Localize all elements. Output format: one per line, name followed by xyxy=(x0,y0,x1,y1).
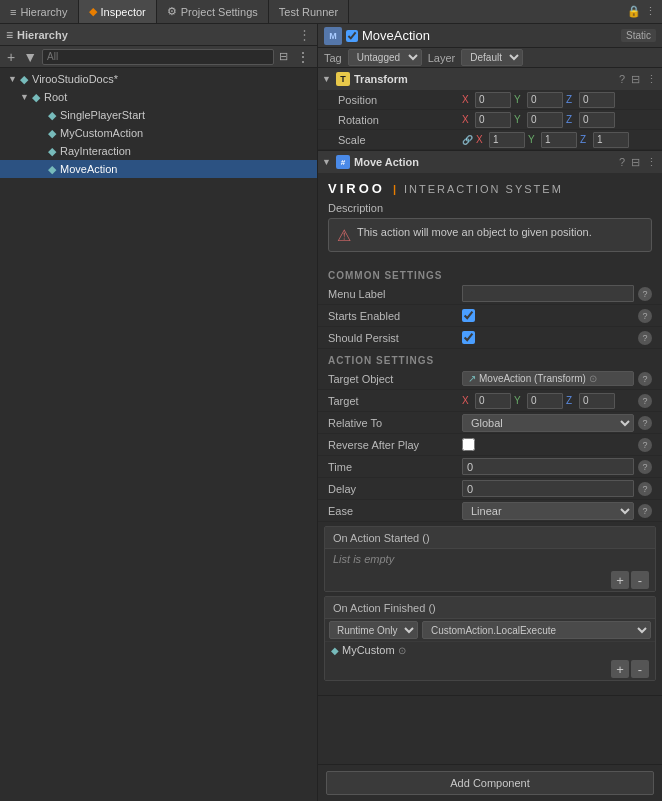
time-value xyxy=(462,458,634,475)
position-x-input[interactable] xyxy=(475,92,511,108)
transform-settings-btn[interactable]: ⊟ xyxy=(630,73,641,86)
object-enabled-checkbox[interactable] xyxy=(346,30,358,42)
delay-help-btn[interactable]: ? xyxy=(638,482,652,496)
more-icon[interactable]: ⋮ xyxy=(645,5,656,18)
hierarchy-options-button[interactable]: ⋮ xyxy=(293,49,313,65)
ease-select[interactable]: Linear EaseIn EaseOut EaseInOut xyxy=(462,502,634,520)
hierarchy-header: ≡ Hierarchy ⋮ xyxy=(0,24,317,46)
scale-x-input[interactable] xyxy=(489,132,525,148)
should-persist-help-btn[interactable]: ? xyxy=(638,331,652,345)
hierarchy-more-icon[interactable]: ⋮ xyxy=(298,27,311,42)
target-object-help-btn[interactable]: ? xyxy=(638,372,652,386)
target-z-input[interactable] xyxy=(579,393,615,409)
inspector-body: ▼ T Transform ? ⊟ ⋮ Position X Y xyxy=(318,68,662,764)
tab-hierarchy[interactable]: ≡ Hierarchy xyxy=(0,0,79,23)
hierarchy-toolbar: + ▼ ⊟ ⋮ xyxy=(0,46,317,68)
position-y-input[interactable] xyxy=(527,92,563,108)
tree-label-move: MoveAction xyxy=(60,163,117,175)
move-action-settings-btn[interactable]: ⊟ xyxy=(630,156,641,169)
delay-input[interactable] xyxy=(462,480,634,497)
starts-enabled-help-btn[interactable]: ? xyxy=(638,309,652,323)
should-persist-value xyxy=(462,331,634,344)
tree-label-viroo: VirooStudioDocs* xyxy=(32,73,118,85)
rotation-y-input[interactable] xyxy=(527,112,563,128)
minus-button[interactable]: ▼ xyxy=(20,49,40,65)
tree-item-viroo[interactable]: ▼ ◆ VirooStudioDocs* xyxy=(0,70,317,88)
transform-help-btn[interactable]: ? xyxy=(618,73,626,85)
target-y-input[interactable] xyxy=(527,393,563,409)
tag-label: Tag xyxy=(324,52,342,64)
hierarchy-menu-icon: ≡ xyxy=(6,28,13,42)
reverse-after-play-checkbox[interactable] xyxy=(462,438,475,451)
menu-label-help-btn[interactable]: ? xyxy=(638,287,652,301)
action-method-select[interactable]: CustomAction.LocalExecute xyxy=(422,621,651,639)
time-input[interactable] xyxy=(462,458,634,475)
tab-inspector[interactable]: ◆ Inspector xyxy=(79,0,157,23)
on-action-started-add-btn[interactable]: + xyxy=(611,571,629,589)
hierarchy-filter-button[interactable]: ⊟ xyxy=(276,49,291,64)
lock-icon[interactable]: 🔒 xyxy=(627,5,641,18)
tree-item-rayinteraction[interactable]: ▶ ◆ RayInteraction xyxy=(0,142,317,160)
bottom-spacer xyxy=(318,685,662,695)
tab-test-runner[interactable]: Test Runner xyxy=(269,0,349,23)
runtime-select[interactable]: Runtime Only xyxy=(329,621,418,639)
relative-to-help-btn[interactable]: ? xyxy=(638,416,652,430)
scale-z-input[interactable] xyxy=(593,132,629,148)
top-tab-bar: ≡ Hierarchy ◆ Inspector ⚙ Project Settin… xyxy=(0,0,662,24)
layer-select[interactable]: Default xyxy=(461,49,523,66)
menu-label-label: Menu Label xyxy=(328,288,458,300)
tree-item-moveaction[interactable]: ▶ ◆ MoveAction xyxy=(0,160,317,178)
tree-item-mycustom[interactable]: ▶ ◆ MyCustomAction xyxy=(0,124,317,142)
relative-to-value: Global Local Self xyxy=(462,414,634,432)
move-action-help-btn[interactable]: ? xyxy=(618,156,626,168)
scale-x-label: X xyxy=(476,134,486,145)
move-action-header[interactable]: ▼ # Move Action ? ⊟ ⋮ xyxy=(318,151,662,173)
move-action-more-btn[interactable]: ⋮ xyxy=(645,156,658,169)
target-object-value: ↗ MoveAction (Transform) ⊙ xyxy=(462,371,634,386)
target-object-ref-btn[interactable]: ↗ MoveAction (Transform) ⊙ xyxy=(462,371,634,386)
move-action-arrow-icon: ▼ xyxy=(322,157,332,167)
time-help-btn[interactable]: ? xyxy=(638,460,652,474)
tree-label-root: Root xyxy=(44,91,67,103)
menu-label-input[interactable] xyxy=(462,285,634,302)
target-x-input[interactable] xyxy=(475,393,511,409)
rotation-x-input[interactable] xyxy=(475,112,511,128)
on-action-finished-remove-btn[interactable]: - xyxy=(631,660,649,678)
transform-more-btn[interactable]: ⋮ xyxy=(645,73,658,86)
starts-enabled-value xyxy=(462,309,634,322)
scale-y-input[interactable] xyxy=(541,132,577,148)
on-action-started-remove-btn[interactable]: - xyxy=(631,571,649,589)
reverse-after-play-row: Reverse After Play ? xyxy=(318,434,662,456)
tree-label-singleplayer: SinglePlayerStart xyxy=(60,109,145,121)
scale-link-icon: 🔗 xyxy=(462,135,473,145)
add-object-button[interactable]: + xyxy=(4,49,18,65)
tag-select[interactable]: Untagged xyxy=(348,49,422,66)
transform-header[interactable]: ▼ T Transform ? ⊟ ⋮ xyxy=(318,68,662,90)
relative-to-select[interactable]: Global Local Self xyxy=(462,414,634,432)
tab-project-settings[interactable]: ⚙ Project Settings xyxy=(157,0,269,23)
target-y-label: Y xyxy=(514,395,524,406)
tree-item-root[interactable]: ▼ ◆ Root xyxy=(0,88,317,106)
position-z-input[interactable] xyxy=(579,92,615,108)
on-action-finished-add-btn[interactable]: + xyxy=(611,660,629,678)
hierarchy-tab-label: Hierarchy xyxy=(20,6,67,18)
position-xyz: X Y Z xyxy=(462,92,656,108)
scale-y-label: Y xyxy=(528,134,538,145)
tree-item-singleplayer[interactable]: ▶ ◆ SinglePlayerStart xyxy=(0,106,317,124)
hierarchy-search-input[interactable] xyxy=(42,49,274,65)
rotation-z-input[interactable] xyxy=(579,112,615,128)
ease-value: Linear EaseIn EaseOut EaseInOut xyxy=(462,502,634,520)
tab-right-icons: 🔒 ⋮ xyxy=(621,0,662,23)
should-persist-checkbox[interactable] xyxy=(462,331,475,344)
ease-row: Ease Linear EaseIn EaseOut EaseInOut ? xyxy=(318,500,662,522)
ease-help-btn[interactable]: ? xyxy=(638,504,652,518)
move-action-color-icon: # xyxy=(336,155,350,169)
starts-enabled-checkbox[interactable] xyxy=(462,309,475,322)
hierarchy-tree: ▼ ◆ VirooStudioDocs* ▼ ◆ Root ▶ ◆ Single… xyxy=(0,68,317,801)
viroo-subtitle: INTERACTION SYSTEM xyxy=(404,183,563,195)
add-component-bar: Add Component xyxy=(318,764,662,801)
reverse-after-play-help-btn[interactable]: ? xyxy=(638,438,652,452)
target-help-btn[interactable]: ? xyxy=(638,394,652,408)
add-component-button[interactable]: Add Component xyxy=(326,771,654,795)
should-persist-label: Should Persist xyxy=(328,332,458,344)
